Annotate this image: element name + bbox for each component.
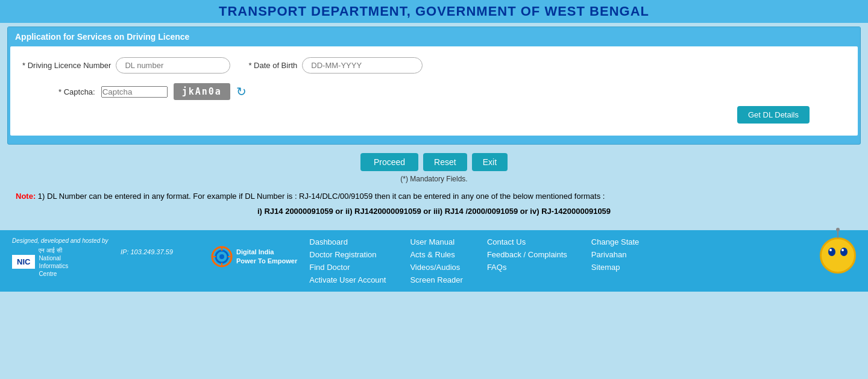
captcha-input[interactable] bbox=[101, 86, 168, 98]
nav-user-manual[interactable]: User Manual bbox=[410, 237, 462, 246]
digital-india-label: Digital India bbox=[236, 248, 274, 255]
digital-india-icon bbox=[211, 246, 233, 268]
note-section: Note: 1) DL Number can be entered in any… bbox=[7, 188, 861, 224]
nic-english1: National bbox=[39, 254, 68, 262]
footer-ip: IP: 103.249.37.59 bbox=[121, 237, 199, 255]
svg-point-2 bbox=[219, 254, 224, 259]
nic-english3: Centre bbox=[39, 270, 68, 278]
footer-mascot bbox=[820, 237, 856, 274]
dob-label: * Date of Birth bbox=[248, 61, 297, 70]
nav-dashboard[interactable]: Dashboard bbox=[309, 237, 386, 246]
designed-by-text: Designed, developed and hosted by bbox=[12, 237, 108, 244]
dl-dob-row: * Driving Licence Number * Date of Birth bbox=[22, 57, 846, 74]
mascot-figure bbox=[820, 237, 856, 274]
mascot-antenna bbox=[837, 231, 838, 238]
get-dl-button[interactable]: Get DL Details bbox=[737, 106, 810, 124]
ip-address: IP: 103.249.37.59 bbox=[121, 248, 173, 255]
dl-group: * Driving Licence Number bbox=[22, 57, 230, 74]
application-card: Application for Services on Driving Lice… bbox=[7, 27, 861, 145]
captcha-label: * Captcha: bbox=[58, 87, 95, 96]
nav-activate-user[interactable]: Activate User Account bbox=[309, 275, 386, 284]
note-body: 1) DL Number can be entered in any forma… bbox=[36, 192, 605, 201]
footer-nic: Designed, developed and hosted by NIC एन… bbox=[12, 237, 108, 278]
main-content: Application for Services on Driving Lice… bbox=[0, 23, 868, 230]
footer-nav-col-3: Contact Us Feedback / Complaints FAQs bbox=[487, 237, 567, 284]
page-title: TRANSPORT DEPARTMENT, GOVERNMENT OF WEST… bbox=[0, 4, 868, 19]
digital-tagline: Power To Empower bbox=[236, 257, 297, 265]
nav-find-doctor[interactable]: Find Doctor bbox=[309, 263, 386, 272]
captcha-row: * Captcha: jkAn0a ↻ bbox=[22, 83, 846, 100]
footer-nav-col-1: Dashboard Doctor Registration Find Docto… bbox=[309, 237, 386, 284]
footer: Designed, developed and hosted by NIC एन… bbox=[0, 230, 868, 292]
footer-nav-col-4: Change State Parivahan Sitemap bbox=[591, 237, 640, 284]
mandatory-note: (*) Mandatory Fields. bbox=[7, 175, 861, 183]
nav-acts-rules[interactable]: Acts & Rules bbox=[410, 250, 462, 259]
nav-screen-reader[interactable]: Screen Reader bbox=[410, 275, 462, 284]
dl-label: * Driving Licence Number bbox=[22, 61, 111, 70]
mascot-eyes bbox=[828, 248, 848, 256]
note-prefix: Note: bbox=[16, 192, 36, 201]
refresh-icon[interactable]: ↻ bbox=[236, 84, 247, 99]
nav-change-state[interactable]: Change State bbox=[591, 237, 640, 246]
nic-english2: Informatics bbox=[39, 262, 68, 270]
nav-feedback[interactable]: Feedback / Complaints bbox=[487, 250, 567, 259]
nic-abbreviation: NIC bbox=[12, 255, 35, 269]
nav-contact-us[interactable]: Contact Us bbox=[487, 237, 567, 246]
digital-india-text: Digital India Power To Empower bbox=[236, 248, 297, 265]
captcha-code: jkAn0a bbox=[174, 83, 230, 100]
dob-group: * Date of Birth bbox=[248, 57, 423, 74]
proceed-button[interactable]: Proceed bbox=[360, 153, 418, 171]
footer-digital-india: Digital India Power To Empower bbox=[211, 237, 297, 268]
reset-button[interactable]: Reset bbox=[423, 153, 467, 171]
nav-sitemap[interactable]: Sitemap bbox=[591, 263, 640, 272]
app-card-body: * Driving Licence Number * Date of Birth… bbox=[10, 46, 858, 136]
nav-doctor-registration[interactable]: Doctor Registration bbox=[309, 250, 386, 259]
header-bar: TRANSPORT DEPARTMENT, GOVERNMENT OF WEST… bbox=[0, 0, 868, 23]
exit-button[interactable]: Exit bbox=[472, 153, 508, 171]
nav-parivahan[interactable]: Parivahan bbox=[591, 250, 640, 259]
note-text: Note: 1) DL Number can be entered in any… bbox=[16, 190, 852, 203]
action-buttons: Proceed Reset Exit bbox=[7, 153, 861, 171]
nic-full-name: एन आई सी National Informatics Centre bbox=[39, 246, 68, 278]
dob-input[interactable] bbox=[302, 57, 423, 74]
footer-nav-col-2: User Manual Acts & Rules Videos/Audios S… bbox=[410, 237, 462, 284]
note-formats: i) RJ14 20000091059 or ii) RJ14200000910… bbox=[16, 205, 852, 218]
app-card-header: Application for Services on Driving Lice… bbox=[8, 27, 860, 46]
mascot-eye-left bbox=[828, 248, 835, 256]
nav-videos-audios[interactable]: Videos/Audios bbox=[410, 263, 462, 272]
footer-nav: Dashboard Doctor Registration Find Docto… bbox=[309, 237, 808, 284]
nav-faqs[interactable]: FAQs bbox=[487, 263, 567, 272]
nic-hindi: एन आई सी bbox=[39, 246, 68, 254]
nic-logo: NIC एन आई सी National Informatics Centre bbox=[12, 246, 108, 278]
mascot-eye-right bbox=[840, 248, 848, 256]
dl-input[interactable] bbox=[116, 57, 230, 74]
get-dl-row: Get DL Details bbox=[22, 106, 846, 124]
